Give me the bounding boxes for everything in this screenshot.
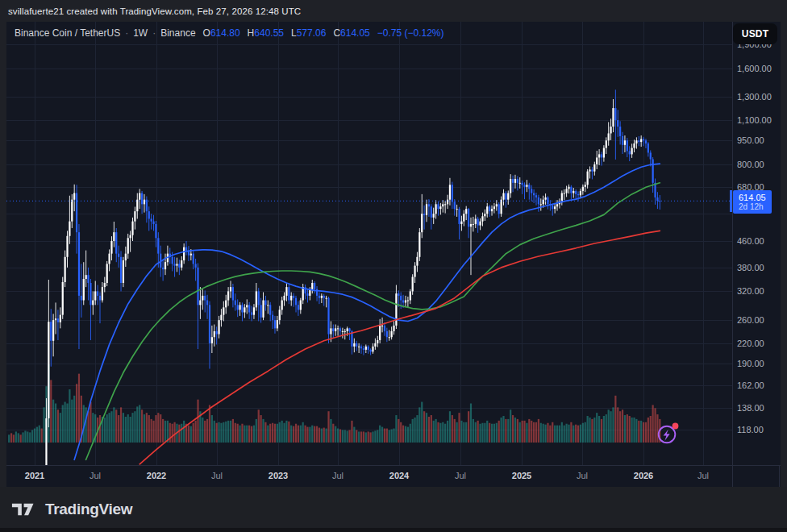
tradingview-wordmark[interactable]: TradingView: [45, 501, 132, 518]
symbol-name[interactable]: Binance Coin / TetherUS: [15, 27, 120, 39]
ohlc-values: O614.80H640.55L577.06C614.05: [196, 27, 370, 39]
price-axis-label: 138.00: [737, 403, 764, 413]
price-chart[interactable]: [6, 22, 781, 465]
price-axis-label: 162.00: [737, 380, 764, 390]
price-axis-label: 220.00: [737, 339, 764, 348]
attribution-bar: svillafuerte21 created with TradingView.…: [0, 0, 787, 22]
grid-lines: [6, 22, 732, 465]
volume-bars: [8, 364, 660, 443]
ohlc-item-o: O614.80: [203, 27, 240, 39]
time-axis-label: 2026: [634, 471, 653, 480]
time-axis-label: Jul: [697, 471, 709, 480]
currency-toggle-button[interactable]: USDT: [733, 23, 777, 44]
price-axis-label: 950.00: [737, 135, 764, 145]
tradingview-snapshot: svillafuerte21 created with TradingView.…: [0, 0, 787, 532]
symbol-header: Binance Coin / TetherUS · 1W · Binance O…: [15, 27, 443, 39]
time-axis-divider: [6, 465, 781, 466]
ma-mid-green: [86, 183, 660, 460]
attribution-text: svillafuerte21 created with TradingView.…: [0, 6, 301, 16]
time-axis-label: Jul: [332, 471, 344, 480]
time-axis-label: 2022: [147, 471, 166, 480]
bar-countdown: 2d 12h: [739, 202, 772, 211]
time-axis-label: 2021: [25, 471, 44, 480]
footer-bar: TradingView: [0, 487, 787, 532]
price-change: −0.75 (−0.12%): [377, 27, 444, 39]
price-axis-label: 190.00: [737, 359, 764, 368]
time-axis-label: 2024: [389, 471, 409, 480]
price-axis-label: 1,600.00: [737, 64, 772, 73]
time-axis-label: 2023: [269, 471, 288, 480]
last-price-value: 614.05: [739, 193, 772, 202]
separator: ·: [125, 27, 128, 39]
price-axis-label: 800.00: [737, 160, 764, 169]
ma-fast-blue: [74, 164, 660, 459]
price-axis-divider: [732, 22, 733, 487]
price-axis-label: 118.00: [737, 425, 764, 434]
price-axis-label: 460.00: [737, 236, 764, 246]
last-price-edge-mark: [730, 190, 732, 212]
price-axis-label: 320.00: [737, 286, 764, 296]
price-axis-label: 1,300.00: [737, 92, 772, 102]
timeframe[interactable]: 1W: [133, 27, 148, 39]
axis-corner-divider: [779, 466, 780, 487]
exchange-name: Binance: [160, 27, 195, 39]
lightning-circle-icon: [655, 421, 681, 447]
time-axis-label: Jul: [90, 471, 101, 480]
time-axis-label: Jul: [455, 471, 466, 480]
ohlc-item-c: C614.05: [333, 27, 369, 39]
price-axis-label: 1,100.00: [737, 115, 772, 125]
spark-boost-icon[interactable]: [655, 421, 681, 447]
price-axis-label: 380.00: [737, 263, 764, 272]
last-price-label: 614.05 2d 12h: [733, 190, 772, 214]
separator: ·: [152, 27, 156, 39]
ohlc-item-l: L577.06: [291, 27, 326, 39]
ohlc-item-h: H640.55: [248, 27, 284, 39]
tradingview-logo-icon[interactable]: [11, 501, 38, 518]
time-axis-label: Jul: [577, 471, 588, 480]
price-axis-label: 260.00: [737, 315, 764, 325]
bottom-strip: [0, 528, 787, 532]
time-axis-label: 2025: [512, 471, 531, 480]
time-axis-label: Jul: [211, 471, 223, 480]
